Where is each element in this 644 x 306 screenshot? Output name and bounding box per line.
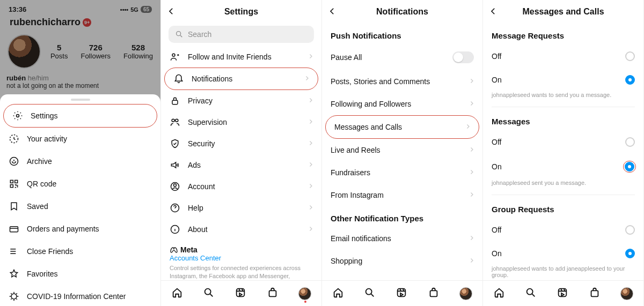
settings-item-ads[interactable]: Ads xyxy=(161,154,321,176)
tab-search[interactable] xyxy=(364,287,376,300)
back-button[interactable] xyxy=(166,6,176,18)
tab-bar xyxy=(161,280,321,306)
radio-icon[interactable] xyxy=(625,249,635,258)
tab-profile[interactable] xyxy=(298,287,311,300)
sheet-item-close-friends[interactable]: Close Friends xyxy=(0,240,160,263)
radio-icon[interactable] xyxy=(625,75,635,85)
back-button[interactable] xyxy=(327,6,337,18)
settings-item-label: Privacy xyxy=(188,96,213,105)
notif-item-following[interactable]: Following and Followers xyxy=(322,93,482,115)
tab-home[interactable] xyxy=(332,287,344,300)
page-title: Settings xyxy=(224,7,258,17)
radio-label: Off xyxy=(492,226,501,234)
radio-icon[interactable] xyxy=(625,162,634,171)
notif-item-messages[interactable]: Messages and Calls xyxy=(325,115,479,139)
settings-item-label: Account xyxy=(188,182,215,191)
back-button[interactable] xyxy=(488,6,498,18)
settings-item-label: Help xyxy=(188,204,203,212)
notif-item-from-ig[interactable]: From Instagram xyxy=(322,184,482,206)
svg-rect-6 xyxy=(15,180,18,183)
tab-search[interactable] xyxy=(525,287,537,300)
panel-notifications: Notifications Push Notifications Pause A… xyxy=(322,0,483,306)
sheet-item-saved[interactable]: Saved xyxy=(0,195,160,218)
chevron-right-icon xyxy=(469,257,475,265)
radio-requests-off[interactable]: Off xyxy=(483,44,643,68)
radio-icon[interactable] xyxy=(625,225,635,235)
chevron-right-icon xyxy=(308,139,314,148)
settings-item-privacy[interactable]: Privacy xyxy=(161,90,321,111)
sheet-item-qr[interactable]: QR code xyxy=(0,173,160,195)
svg-rect-8 xyxy=(10,227,18,232)
notif-item-live[interactable]: Live and Reels xyxy=(322,139,482,161)
messages-header: Messages and Calls xyxy=(483,0,643,24)
sheet-handle[interactable] xyxy=(71,99,90,101)
settings-item-label: Follow and Invite Friends xyxy=(188,53,272,61)
notif-item-shopping[interactable]: Shopping xyxy=(322,250,482,272)
settings-item-account[interactable]: Account xyxy=(161,176,321,197)
sheet-item-orders[interactable]: Orders and payments xyxy=(0,218,160,240)
notif-item-email[interactable]: Email notifications xyxy=(322,227,482,250)
chevron-right-icon xyxy=(308,53,314,61)
settings-item-notifications[interactable]: Notifications xyxy=(164,68,318,90)
svg-rect-21 xyxy=(269,290,276,296)
tab-bar xyxy=(483,280,643,306)
chevron-right-icon xyxy=(308,161,314,169)
section-group: Group Requests xyxy=(483,197,643,218)
tab-home[interactable] xyxy=(493,287,505,300)
settings-item-about[interactable]: About xyxy=(161,219,321,240)
chevron-right-icon xyxy=(469,234,475,243)
notif-item-fundraisers[interactable]: Fundraisers xyxy=(322,161,482,184)
search-placeholder: Search xyxy=(188,30,211,39)
svg-rect-12 xyxy=(172,100,178,105)
settings-item-follow[interactable]: Follow and Invite Friends xyxy=(161,46,321,68)
hint-messages: johnappleseed sent you a message. xyxy=(483,180,643,192)
panel-profile-sheet: 13:36 •••• 5G 65 rubenchicharro 9+ 5Post… xyxy=(0,0,161,306)
notif-pause-all[interactable]: Pause All xyxy=(322,44,482,70)
chevron-right-icon xyxy=(465,123,471,131)
svg-point-22 xyxy=(366,289,372,295)
radio-requests-on[interactable]: On xyxy=(483,68,643,92)
sheet-item-settings[interactable]: Settings xyxy=(3,104,157,128)
hint-requests: johnappleseed wants to send you a messag… xyxy=(483,92,643,105)
notif-item-label: Messages and Calls xyxy=(334,123,402,131)
radio-messages-on[interactable]: On xyxy=(483,154,643,180)
highlight-oval xyxy=(623,161,636,173)
radio-messages-off[interactable]: Off xyxy=(483,130,643,154)
sheet-item-covid[interactable]: COVID-19 Information Center xyxy=(0,285,160,306)
meta-brand: Meta xyxy=(170,245,313,254)
tab-home[interactable] xyxy=(171,287,183,300)
panel-messages-calls: Messages and Calls Message Requests Off … xyxy=(483,0,644,306)
tab-search[interactable] xyxy=(203,287,215,300)
other-section-head: Other Notification Types xyxy=(322,206,482,227)
tab-reels[interactable] xyxy=(396,287,407,300)
sheet-item-favorites[interactable]: Favorites xyxy=(0,263,160,285)
search-input[interactable]: Search xyxy=(169,26,314,43)
radio-icon[interactable] xyxy=(625,51,635,61)
sheet-item-label: Archive xyxy=(27,157,52,166)
settings-item-help[interactable]: Help xyxy=(161,197,321,219)
tab-profile[interactable] xyxy=(459,287,472,300)
svg-point-14 xyxy=(175,119,178,122)
chevron-right-icon xyxy=(469,146,475,154)
tab-reels[interactable] xyxy=(235,287,246,300)
sheet-item-archive[interactable]: Archive xyxy=(0,150,160,173)
sheet-item-activity[interactable]: Your activity xyxy=(0,128,160,150)
notif-item-posts[interactable]: Posts, Stories and Comments xyxy=(322,70,482,93)
radio-label: On xyxy=(492,76,502,84)
radio-icon[interactable] xyxy=(625,137,635,147)
svg-rect-27 xyxy=(591,290,598,296)
settings-item-supervision[interactable]: Supervision xyxy=(161,111,321,133)
notifications-header: Notifications xyxy=(322,0,482,24)
tab-reels[interactable] xyxy=(557,287,568,300)
tab-profile[interactable] xyxy=(620,287,633,300)
tab-shop[interactable] xyxy=(428,287,440,300)
accounts-center-link[interactable]: Accounts Center xyxy=(170,254,313,262)
settings-item-security[interactable]: Security xyxy=(161,133,321,154)
tab-shop[interactable] xyxy=(267,287,279,300)
page-title: Messages and Calls xyxy=(522,7,604,17)
sheet-item-label: Close Friends xyxy=(27,247,73,256)
toggle-pause-all[interactable] xyxy=(452,51,474,63)
radio-group-on[interactable]: On xyxy=(483,242,643,265)
tab-shop[interactable] xyxy=(589,287,601,300)
radio-group-off[interactable]: Off xyxy=(483,218,643,242)
